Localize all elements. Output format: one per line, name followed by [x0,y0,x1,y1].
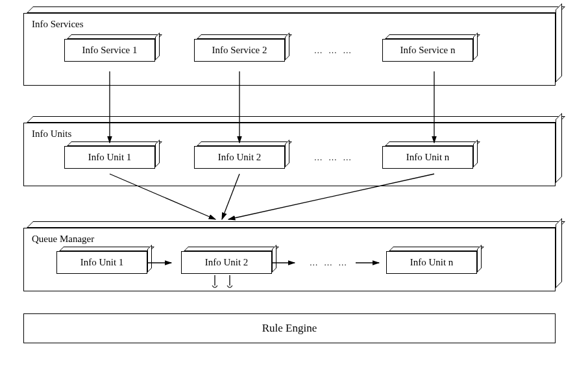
ellipsis: … … … [299,258,359,268]
box-info-service-1: Info Service 1 [64,39,155,62]
layer-title-queue: Queue Manager [32,234,547,245]
box-label: Info Unit 2 [181,251,272,274]
layer-title-units: Info Units [32,128,547,140]
box-info-service-2: Info Service 2 [194,39,285,62]
box-label: Info Unit 2 [194,146,285,169]
box-info-unit-1: Info Unit 1 [64,146,155,169]
layer-info-services: Info Services Info Service 1 Info Servic… [23,13,556,86]
box-label: Info Service n [382,39,473,62]
box-info-service-n: Info Service n [382,39,473,62]
layer-queue-manager: Queue Manager Info Unit 1 Info Unit 2 … … [23,228,556,291]
box-label: Info Unit n [382,146,473,169]
box-label: Info Unit n [386,251,477,274]
rule-engine-label: Rule Engine [262,322,317,334]
box-queue-unit-2: Info Unit 2 [181,251,272,274]
architecture-diagram: Info Services Info Service 1 Info Servic… [23,13,566,343]
ellipsis: … … … [304,45,363,56]
box-label: Info Service 2 [194,39,285,62]
box-info-unit-n: Info Unit n [382,146,473,169]
box-label: Info Unit 1 [64,146,155,169]
box-queue-unit-1: Info Unit 1 [56,251,147,274]
box-info-unit-2: Info Unit 2 [194,146,285,169]
box-queue-unit-n: Info Unit n [386,251,477,274]
box-label: Info Unit 1 [56,251,147,274]
layer-rule-engine: Rule Engine [23,313,556,343]
box-label: Info Service 1 [64,39,155,62]
layer-info-units: Info Units Info Unit 1 Info Unit 2 … … … [23,123,556,186]
layer-title-services: Info Services [32,19,547,30]
ellipsis: … … … [304,152,363,163]
